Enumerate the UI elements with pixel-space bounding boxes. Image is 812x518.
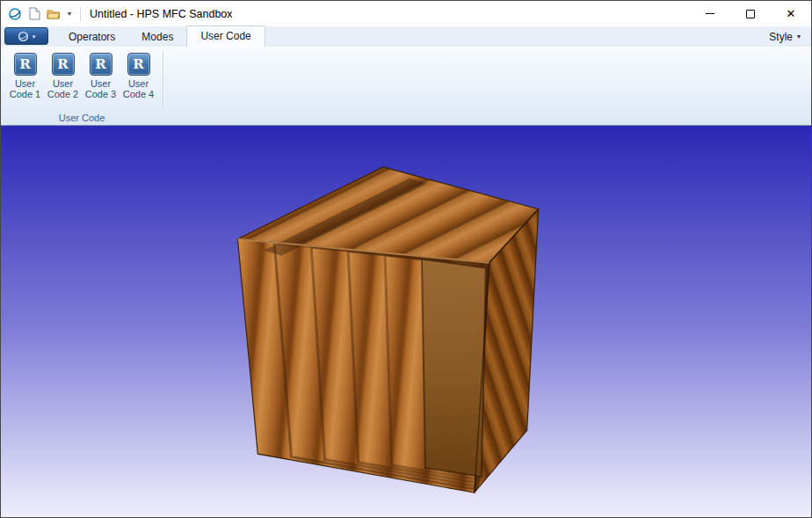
minimize-icon: [706, 13, 714, 14]
window-controls: ✕: [690, 1, 811, 26]
ribbon-group-label: User Code: [1, 113, 163, 123]
user-code-4-icon: R: [127, 53, 150, 76]
3d-scene: [1, 126, 811, 517]
user-code-button-group: R UserCode 1 R UserCode 2 R UserCode 3 R…: [1, 47, 811, 100]
user-code-3-label: UserCode 3: [85, 78, 116, 100]
app-logo-mini-icon: [18, 31, 29, 42]
maximize-button[interactable]: [730, 1, 771, 26]
window-title: Untitled - HPS MFC Sandbox: [84, 8, 233, 20]
app-window: ▾ Untitled - HPS MFC Sandbox ✕ ▾ Operato…: [0, 0, 812, 518]
user-code-3-button[interactable]: R UserCode 3: [83, 51, 119, 100]
style-menu-caret-icon: ▾: [797, 33, 801, 40]
qat-customize-caret-icon[interactable]: ▾: [66, 10, 73, 18]
new-document-icon[interactable]: [27, 7, 41, 21]
title-bar[interactable]: ▾ Untitled - HPS MFC Sandbox ✕: [1, 1, 811, 26]
ribbon-tab-row: ▾ Operators Modes User Code Style ▾: [1, 26, 811, 47]
application-menu-button[interactable]: ▾: [4, 27, 48, 45]
close-button[interactable]: ✕: [771, 1, 811, 26]
user-code-4-button[interactable]: R UserCode 4: [120, 51, 156, 100]
user-code-3-icon: R: [90, 53, 112, 76]
app-menu-caret-icon: ▾: [33, 33, 36, 40]
titlebar-separator: [80, 7, 81, 21]
user-code-1-icon: R: [14, 53, 37, 76]
minimize-button[interactable]: [690, 1, 730, 26]
tab-modes[interactable]: Modes: [128, 27, 186, 47]
style-menu-button[interactable]: Style ▾: [758, 27, 811, 47]
tab-user-code[interactable]: User Code: [186, 26, 265, 47]
user-code-4-label: UserCode 4: [123, 78, 154, 100]
user-code-2-button[interactable]: R UserCode 2: [45, 51, 81, 100]
ribbon-panel-user-code: R UserCode 1 R UserCode 2 R UserCode 3 R…: [1, 47, 811, 126]
user-code-2-label: UserCode 2: [47, 78, 78, 100]
style-menu-label: Style: [769, 31, 793, 43]
app-logo-icon: [8, 7, 22, 21]
close-icon: ✕: [787, 8, 796, 19]
tab-operators[interactable]: Operators: [55, 27, 128, 47]
ribbon-group-separator: [163, 51, 163, 111]
3d-viewport[interactable]: [1, 126, 811, 517]
maximize-icon: [746, 10, 755, 18]
user-code-1-label: UserCode 1: [10, 78, 40, 100]
user-code-1-button[interactable]: R UserCode 1: [7, 51, 43, 100]
user-code-2-icon: R: [52, 53, 75, 76]
quick-access-toolbar: ▾: [1, 7, 76, 21]
open-folder-icon[interactable]: [47, 7, 61, 21]
